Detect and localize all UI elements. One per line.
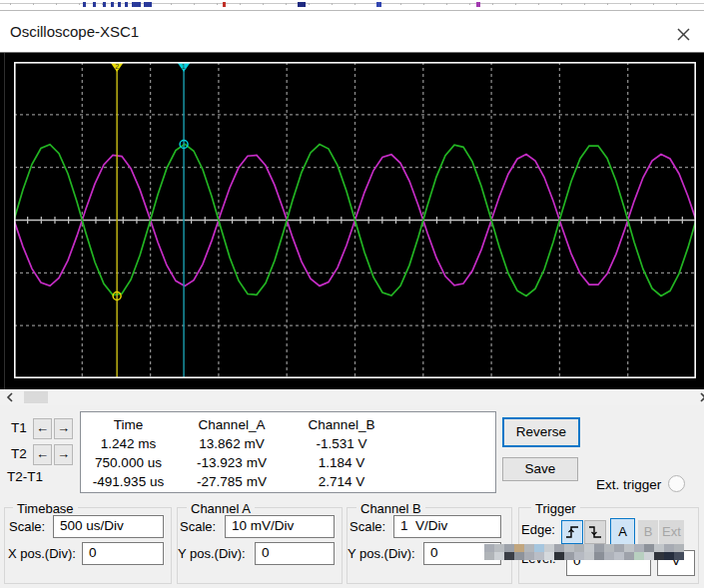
background-ruler-tick bbox=[469, 3, 470, 5]
t2-time: 750.000 us bbox=[81, 453, 176, 472]
col-header-channel-a: Channel_A bbox=[176, 415, 288, 434]
title-bar: Oscilloscope-XSC1 bbox=[0, 10, 704, 52]
reverse-button[interactable]: Reverse bbox=[502, 417, 580, 447]
trigger-title: Trigger bbox=[531, 501, 580, 516]
horizontal-scrollbar[interactable] bbox=[0, 389, 704, 405]
t2-right-button[interactable]: → bbox=[54, 444, 73, 465]
background-ruler-tick bbox=[217, 3, 218, 5]
rising-edge-icon bbox=[565, 525, 579, 539]
col-header-channel-b: Channel_B bbox=[288, 415, 395, 434]
scroll-right-button[interactable] bbox=[696, 390, 704, 404]
trigger-source-ext-button[interactable]: Ext bbox=[659, 520, 684, 544]
channel-a-ypos-input[interactable]: 0 bbox=[255, 542, 335, 565]
background-ruler-tick bbox=[584, 3, 585, 5]
t2-t1-time: -491.935 us bbox=[81, 472, 176, 491]
background-ruler-tick bbox=[171, 3, 172, 5]
t1-left-button[interactable]: ← bbox=[33, 418, 52, 439]
background-ruler-tick bbox=[538, 3, 539, 5]
ext-trigger-terminal bbox=[668, 475, 685, 492]
controls-panel: Timebase Scale: 500 us/Div X pos.(Div): … bbox=[0, 499, 704, 588]
channel-a-ypos-label: Y pos.(Div): bbox=[178, 546, 246, 561]
background-ruler-tick bbox=[607, 3, 608, 5]
x-position-label: X pos.(Div): bbox=[8, 546, 76, 561]
x-position-input[interactable]: 0 bbox=[82, 542, 164, 565]
background-ruler-tick bbox=[653, 3, 654, 5]
background-ruler-tick bbox=[286, 3, 287, 5]
timebase-scale-input[interactable]: 500 us/Div bbox=[53, 515, 164, 538]
close-button[interactable] bbox=[670, 22, 696, 46]
scope-edge-shadow bbox=[4, 53, 5, 390]
background-ruler-tick bbox=[10, 3, 11, 5]
trigger-source-a-button[interactable]: A bbox=[610, 518, 635, 545]
background-artifact-mark bbox=[223, 2, 226, 7]
background-ruler-tick bbox=[492, 3, 493, 5]
background-ruler-tick bbox=[33, 3, 34, 5]
background-artifact-mark bbox=[111, 2, 114, 7]
t1-channel-a: 13.862 mV bbox=[176, 434, 288, 453]
t2-t1-label: T2-T1 bbox=[7, 469, 43, 484]
t1-time: 1.242 ms bbox=[81, 434, 176, 453]
blurred-region bbox=[484, 544, 684, 560]
background-artifact-mark bbox=[125, 2, 128, 7]
close-icon bbox=[676, 27, 691, 42]
t2-label: T2 bbox=[11, 446, 27, 461]
background-ruler-tick bbox=[56, 3, 57, 5]
background-artifact-mark bbox=[118, 2, 121, 7]
background-ruler-tick bbox=[79, 3, 80, 5]
background-ruler-tick bbox=[194, 3, 195, 5]
background-artifact-mark bbox=[83, 2, 86, 7]
background-ruler-tick bbox=[423, 3, 424, 5]
channel-b-scale-input[interactable]: 1 V/Div bbox=[393, 515, 501, 538]
timebase-scale-label: Scale: bbox=[9, 519, 45, 534]
background-ruler-tick bbox=[676, 3, 677, 5]
scroll-thumb[interactable] bbox=[24, 391, 48, 403]
trigger-edge-label: Edge: bbox=[521, 522, 555, 537]
background-ruler-tick bbox=[515, 3, 516, 5]
background-artifact-mark bbox=[376, 2, 381, 7]
background-ruler-tick bbox=[309, 3, 310, 5]
trigger-source-b-button[interactable]: B bbox=[638, 520, 658, 544]
background-artifact-mark bbox=[103, 2, 106, 7]
t2-channel-a: -13.923 mV bbox=[176, 453, 288, 472]
chevron-left-icon bbox=[6, 392, 14, 402]
channel-a-title: Channel A bbox=[187, 501, 255, 516]
background-app-strip bbox=[0, 0, 704, 10]
background-ruler-tick bbox=[561, 3, 562, 5]
readout-panel: T1 ← → T2 ← → T2-T1 Time Channel_A Chann… bbox=[0, 405, 704, 499]
t2-left-button[interactable]: ← bbox=[33, 444, 52, 465]
waveform-screen[interactable]: 21 bbox=[14, 62, 696, 379]
timebase-title: Timebase bbox=[13, 501, 78, 516]
t1-channel-b: -1.531 V bbox=[288, 434, 395, 453]
background-artifact-mark bbox=[93, 2, 96, 7]
measurement-table: Time Channel_A Channel_B 1.242 ms 13.862… bbox=[80, 411, 496, 493]
channel-b-title: Channel B bbox=[356, 501, 425, 516]
background-ruler-tick bbox=[332, 3, 333, 5]
background-ruler-tick bbox=[263, 3, 264, 5]
trigger-falling-edge-button[interactable] bbox=[584, 520, 606, 544]
t2-t1-channel-a: -27.785 mV bbox=[176, 472, 288, 491]
channel-b-ypos-label: Y pos.(Div): bbox=[348, 546, 415, 561]
t1-label: T1 bbox=[11, 420, 27, 435]
background-artifact-mark bbox=[476, 2, 480, 7]
background-ruler-tick bbox=[446, 3, 447, 5]
background-artifact-mark bbox=[132, 2, 141, 7]
t2-t1-channel-b: 2.714 V bbox=[288, 472, 395, 491]
save-button[interactable]: Save bbox=[502, 457, 578, 481]
channel-b-scale-label: Scale: bbox=[350, 519, 385, 534]
background-ruler-tick bbox=[240, 3, 241, 5]
scroll-left-button[interactable] bbox=[3, 390, 17, 404]
col-header-time: Time bbox=[81, 415, 176, 434]
background-ruler-tick bbox=[630, 3, 631, 5]
background-artifact-mark bbox=[144, 2, 152, 7]
background-ruler-tick bbox=[354, 3, 355, 5]
t1-right-button[interactable]: → bbox=[54, 418, 73, 439]
trigger-rising-edge-button[interactable] bbox=[561, 520, 583, 544]
background-ruler-tick bbox=[400, 3, 401, 5]
channel-a-scale-input[interactable]: 10 mV/Div bbox=[225, 515, 335, 538]
falling-edge-icon bbox=[588, 525, 602, 539]
ext-trigger-label: Ext. trigger bbox=[596, 477, 661, 492]
channel-a-scale-label: Scale: bbox=[180, 519, 216, 534]
oscilloscope-dialog: Oscilloscope-XSC1 21 T1 ← → T2 ← → bbox=[0, 0, 704, 588]
t2-channel-b: 1.184 V bbox=[288, 453, 395, 472]
scope-display: 21 bbox=[0, 52, 704, 389]
